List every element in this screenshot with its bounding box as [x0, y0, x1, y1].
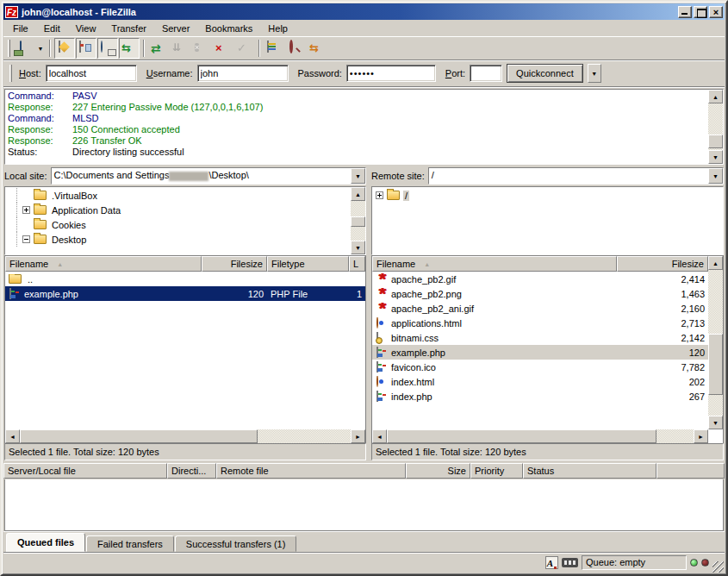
tree-item-cookies[interactable]: Cookies — [5, 217, 351, 232]
cancel-operation-button[interactable]: × — [191, 38, 212, 59]
tab-successful-transfers[interactable]: Successful transfers (1) — [175, 535, 297, 552]
close-button[interactable]: × — [709, 6, 723, 18]
tree-item-root[interactable]: / — [372, 188, 723, 203]
menu-help[interactable]: Help — [260, 21, 296, 36]
remote-file-row[interactable]: index.php 267 — [372, 389, 708, 404]
username-label: Username: — [146, 68, 193, 78]
host-input[interactable] — [46, 65, 137, 82]
toggle-remote-tree-button[interactable] — [97, 38, 118, 59]
remote-file-row[interactable]: applications.html 2,713 — [372, 316, 708, 330]
column-filesize[interactable]: Filesize — [617, 256, 708, 272]
scrollbar-thumb[interactable] — [387, 429, 656, 443]
resize-grip[interactable] — [712, 561, 724, 573]
scroll-up-icon[interactable]: ▲ — [708, 90, 723, 103]
scroll-down-icon[interactable]: ▼ — [708, 416, 723, 429]
scrollbar-thumb[interactable] — [351, 216, 365, 227]
log-vertical-scrollbar[interactable]: ▲ ▼ — [708, 90, 723, 164]
username-input[interactable] — [197, 65, 289, 82]
refresh-button[interactable]: ⇄ — [148, 38, 169, 59]
menu-edit[interactable]: Edit — [36, 21, 68, 36]
toggle-local-tree-button[interactable] — [76, 38, 96, 59]
scroll-up-icon[interactable]: ▲ — [351, 187, 365, 201]
column-filename[interactable]: Filename▲ — [5, 256, 202, 272]
column-filesize[interactable]: Filesize — [202, 256, 267, 272]
scrollbar-thumb[interactable] — [708, 334, 723, 395]
synchronized-browsing-button[interactable]: ⇆ — [307, 38, 327, 59]
remote-file-row[interactable]: index.html 202 — [372, 374, 708, 389]
toggle-message-log-button[interactable] — [54, 38, 75, 59]
minimize-button[interactable] — [678, 6, 692, 18]
scroll-down-icon[interactable]: ▼ — [351, 241, 365, 254]
disconnect-button[interactable]: × — [213, 38, 233, 59]
menu-bookmarks[interactable]: Bookmarks — [197, 21, 260, 36]
column-server-local-file[interactable]: Server/Local file — [3, 463, 167, 479]
scrollbar-thumb[interactable] — [708, 135, 723, 148]
column-last-modified[interactable]: L — [349, 256, 365, 272]
title-bar[interactable]: Fz john@localhost - FileZilla × — [3, 3, 725, 20]
scroll-right-icon[interactable]: ► — [351, 429, 365, 443]
quickconnect-dropdown[interactable]: ▼ — [588, 64, 601, 83]
local-site-dropdown-icon[interactable]: ▼ — [351, 168, 365, 184]
ascii-data-type-icon[interactable]: A — [545, 556, 558, 569]
column-size[interactable]: Size — [406, 463, 470, 479]
find-button[interactable] — [328, 38, 349, 59]
speed-limit-icon[interactable] — [562, 558, 578, 567]
column-remote-file[interactable]: Remote file — [216, 463, 406, 479]
local-site-combo[interactable]: C:\Documents and Settings\Desktop\ ▼ — [51, 167, 366, 185]
scroll-left-icon[interactable]: ◄ — [5, 429, 20, 443]
cancel-operation-icon: × — [195, 43, 199, 52]
local-file-list: Filename▲ Filesize Filetype L .. example… — [4, 255, 366, 443]
scroll-up-icon[interactable]: ▲ — [708, 256, 723, 270]
column-direction[interactable]: Directi... — [167, 463, 216, 479]
site-manager-button[interactable] — [14, 38, 34, 59]
apply-button[interactable]: ✓ — [234, 38, 255, 59]
menu-view[interactable]: View — [68, 21, 104, 36]
column-filetype[interactable]: Filetype — [267, 256, 349, 272]
scroll-left-icon[interactable]: ◄ — [372, 429, 387, 443]
filter-button[interactable] — [264, 38, 284, 59]
menu-server[interactable]: Server — [154, 21, 197, 36]
tab-failed-transfers[interactable]: Failed transfers — [86, 535, 174, 552]
scroll-down-icon[interactable]: ▼ — [708, 150, 723, 164]
remote-file-row[interactable]: *apache_pb2.png 1,463 — [372, 286, 708, 301]
port-input[interactable] — [470, 65, 502, 82]
remote-file-row[interactable]: favicon.ico 7,782 — [372, 360, 708, 374]
collapse-minus-icon[interactable] — [22, 235, 30, 243]
message-log: Command:PASV Response:227 Entering Passi… — [4, 89, 724, 165]
remote-file-row[interactable]: *apache_pb2.gif 2,414 — [372, 272, 708, 286]
menu-file[interactable]: File — [5, 21, 36, 36]
column-status[interactable]: Status — [523, 463, 656, 479]
site-manager-icon — [20, 41, 22, 53]
remote-horizontal-scrollbar[interactable]: ◄ ► — [372, 429, 708, 443]
remote-file-row[interactable]: *apache_pb2_ani.gif 2,160 — [372, 301, 708, 316]
quickconnect-button[interactable]: Quickconnect — [507, 64, 583, 83]
remote-file-row[interactable]: bitnami.css 2,142 — [372, 330, 708, 345]
status-bar: A Queue: empty — [3, 552, 725, 573]
maximize-button[interactable] — [694, 6, 707, 18]
local-horizontal-scrollbar[interactable]: ◄ ► — [5, 429, 365, 443]
remote-vertical-scrollbar[interactable]: ▲ ▼ — [708, 256, 723, 429]
process-queue-button[interactable]: ⇊ — [170, 38, 190, 59]
column-filename[interactable]: Filename▲ — [372, 256, 617, 272]
expand-plus-icon[interactable] — [376, 191, 383, 199]
scrollbar-thumb[interactable] — [20, 429, 258, 443]
compare-button[interactable] — [285, 38, 306, 59]
column-priority[interactable]: Priority — [470, 463, 523, 479]
tree-item-desktop[interactable]: Desktop — [5, 232, 351, 247]
scroll-right-icon[interactable]: ► — [694, 429, 708, 443]
site-manager-dropdown[interactable]: ▼ — [35, 38, 46, 59]
password-input[interactable] — [346, 65, 436, 82]
tree-item-application-data[interactable]: Application Data — [5, 203, 351, 217]
expand-plus-icon[interactable] — [22, 206, 30, 214]
remote-site-dropdown-icon[interactable]: ▼ — [708, 168, 723, 184]
remote-file-row-selected[interactable]: example.php 120 — [372, 345, 708, 360]
toggle-transfer-queue-button[interactable]: ⇆ — [119, 38, 140, 59]
tree-item-virtualbox[interactable]: .VirtualBox — [5, 188, 351, 203]
local-tree-scrollbar[interactable]: ▲ ▼ — [351, 187, 365, 254]
local-file-row-parent[interactable]: .. — [5, 272, 365, 286]
queue-list[interactable] — [4, 479, 724, 531]
local-file-row-example-php[interactable]: example.php 120 PHP File 1 — [5, 286, 365, 301]
menu-transfer[interactable]: Transfer — [103, 21, 154, 36]
remote-site-combo[interactable]: / ▼ — [428, 167, 724, 185]
tab-queued-files[interactable]: Queued files — [6, 533, 85, 552]
